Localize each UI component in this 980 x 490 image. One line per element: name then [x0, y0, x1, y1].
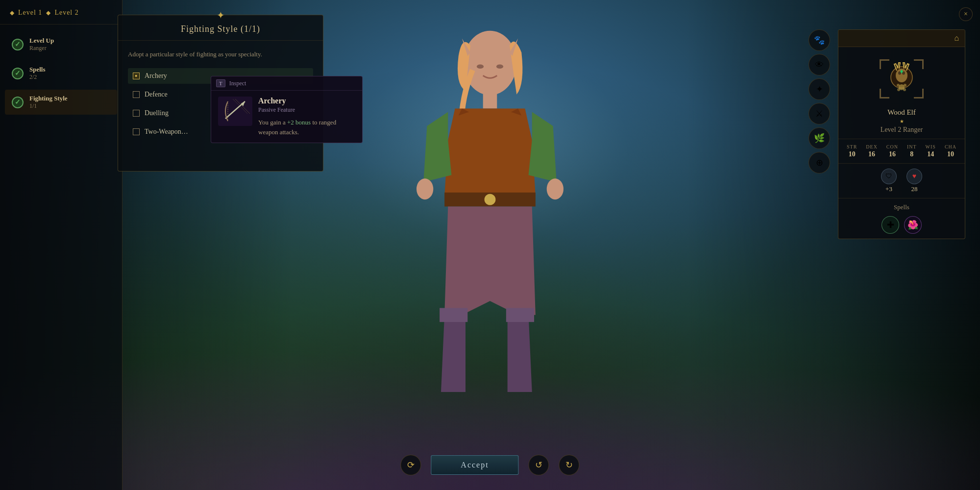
undo-button[interactable]: ↺	[529, 455, 549, 475]
stat-cha: CHA 10	[945, 144, 956, 158]
checkbox-two-weapon	[133, 128, 140, 135]
stats-row: STR 10 DEX 16 CON 16 INT 8 WIS 14 CHA 10	[838, 139, 965, 164]
nav-item-title-fighting: Fighting Style	[29, 95, 68, 102]
hp-value: 28	[911, 185, 918, 193]
stat-value-int: 8	[910, 150, 913, 158]
svg-point-10	[477, 64, 484, 69]
check-circle-spells: ✓	[12, 68, 24, 79]
char-race: Wood Elf	[843, 108, 960, 117]
nav-item-sub-spells: 2/2	[29, 74, 46, 81]
tooltip-highlight: +2 bonus	[287, 119, 311, 126]
combat-hp: ♥ 28	[906, 169, 922, 193]
tooltip-inspect-label: Inspect	[229, 80, 246, 87]
spell-seed-button[interactable]: 🌺	[904, 216, 922, 234]
check-icon-spells: ✓	[15, 69, 21, 77]
stat-label-con: CON	[886, 144, 898, 149]
checkbox-defence	[133, 91, 140, 98]
stat-str: STR 10	[847, 144, 857, 158]
hp-icon[interactable]: ♥	[906, 169, 922, 184]
nav-item-sub-levelup: Ranger	[29, 45, 54, 52]
ac-icon[interactable]: 🛡	[881, 169, 897, 184]
stat-label-cha: CHA	[945, 144, 956, 149]
nav-item-levelup[interactable]: ✓ Level Up Ranger	[5, 32, 117, 57]
right-edge-icons: 🐾 👁 ✦ ⚔ 🌿 ⊕	[808, 29, 833, 173]
checkbox-duelling	[133, 110, 140, 117]
stat-value-con: 16	[889, 150, 896, 158]
tooltip-key: T	[216, 79, 225, 87]
nav-item-sub-fighting: 1/1	[29, 102, 68, 110]
stat-label-int: INT	[907, 144, 917, 149]
rotate-icon: ⟳	[407, 460, 415, 470]
stat-value-str: 10	[849, 150, 856, 158]
redo-button[interactable]: ↻	[559, 455, 580, 475]
tooltip-content: Archery Passive Feature You gain a +2 bo…	[258, 97, 355, 137]
nav-items: ✓ Level Up Ranger ✓ Spells 2/2 ✓ Fightin…	[0, 24, 122, 122]
stat-label-dex: DEX	[866, 144, 878, 149]
accept-button[interactable]: Accept	[431, 455, 518, 475]
char-emblem	[838, 47, 965, 106]
edge-icon-plus[interactable]: ⊕	[808, 152, 830, 173]
edge-icon-sword[interactable]: ⚔	[808, 103, 830, 124]
edge-icon-paw[interactable]: 🐾	[808, 29, 830, 51]
svg-point-0	[464, 31, 517, 95]
edge-icon-eye[interactable]: 👁	[808, 54, 830, 75]
stat-int: INT 8	[907, 144, 917, 158]
svg-point-11	[496, 64, 503, 69]
check-circle-levelup: ✓	[12, 39, 24, 50]
stat-value-dex: 16	[868, 150, 875, 158]
option-label-defence: Defence	[145, 91, 168, 98]
add-spell-button[interactable]: ✚	[882, 216, 899, 234]
svg-point-26	[897, 88, 900, 91]
spell-plus-icon: ✚	[887, 220, 894, 230]
stat-value-cha: 10	[947, 150, 954, 158]
nav-item-title-spells: Spells	[29, 66, 46, 74]
home-icon[interactable]: ⌂	[954, 34, 959, 43]
archery-icon	[218, 97, 252, 126]
check-icon-fighting: ✓	[15, 98, 21, 106]
rotate-character-button[interactable]: ⟳	[400, 455, 421, 475]
level-header: ◆ Level 1 ◆ Level 2	[0, 0, 122, 24]
edge-icon-diamond[interactable]: ✦	[808, 78, 830, 100]
ranger-emblem-svg	[877, 57, 926, 101]
undo-icon: ↺	[535, 460, 542, 470]
stat-dex: DEX 16	[866, 144, 878, 158]
nav-item-text-levelup: Level Up Ranger	[29, 37, 54, 52]
right-panel: ⌂	[838, 29, 965, 239]
nav-item-spells[interactable]: ✓ Spells 2/2	[5, 61, 117, 86]
spell-seed-icon: 🌺	[907, 220, 918, 230]
svg-point-2	[416, 178, 433, 199]
check-circle-fighting: ✓	[12, 97, 24, 108]
ac-value: +3	[885, 185, 892, 193]
right-panel-header: ⌂	[838, 30, 965, 47]
nav-item-fighting-style[interactable]: ✓ Fighting Style 1/1	[5, 90, 117, 115]
close-button[interactable]: ×	[959, 7, 973, 21]
tooltip-body: Archery Passive Feature You gain a +2 bo…	[211, 91, 362, 143]
spells-title: Spells	[843, 203, 960, 211]
redo-icon: ↻	[565, 460, 573, 470]
bottom-bar: ⟳ Accept ↺ ↻	[400, 455, 579, 475]
panel-description: Adopt a particular style of fighting as …	[128, 49, 313, 59]
svg-point-3	[547, 178, 564, 199]
option-label-archery: Archery	[145, 72, 167, 80]
stat-label-wis: WIS	[926, 144, 936, 149]
panel-ornament: ✦	[217, 9, 225, 21]
option-label-duelling: Duelling	[145, 109, 169, 117]
tooltip-type: Passive Feature	[258, 106, 355, 114]
svg-rect-7	[506, 308, 534, 322]
checkbox-archery	[133, 73, 140, 79]
stat-value-wis: 14	[927, 150, 934, 158]
diamond-icon-left: ◆	[10, 9, 14, 17]
svg-point-27	[903, 88, 906, 91]
nav-item-text-spells: Spells 2/2	[29, 66, 46, 81]
svg-rect-1	[483, 91, 497, 109]
edge-icon-nature[interactable]: 🌿	[808, 127, 830, 149]
svg-point-24	[897, 84, 900, 87]
char-name-area: Wood Elf ★ Level 2 Ranger	[838, 106, 965, 139]
character-area	[368, 0, 612, 490]
check-icon-levelup: ✓	[15, 40, 21, 49]
tooltip-panel: T Inspect Archery Passive Feature	[211, 76, 363, 143]
stat-con: CON 16	[886, 144, 898, 158]
combat-stats: 🛡 +3 ♥ 28	[838, 164, 965, 198]
stat-label-str: STR	[847, 144, 857, 149]
tooltip-description: You gain a +2 bonus to ranged weapon att…	[258, 118, 355, 137]
